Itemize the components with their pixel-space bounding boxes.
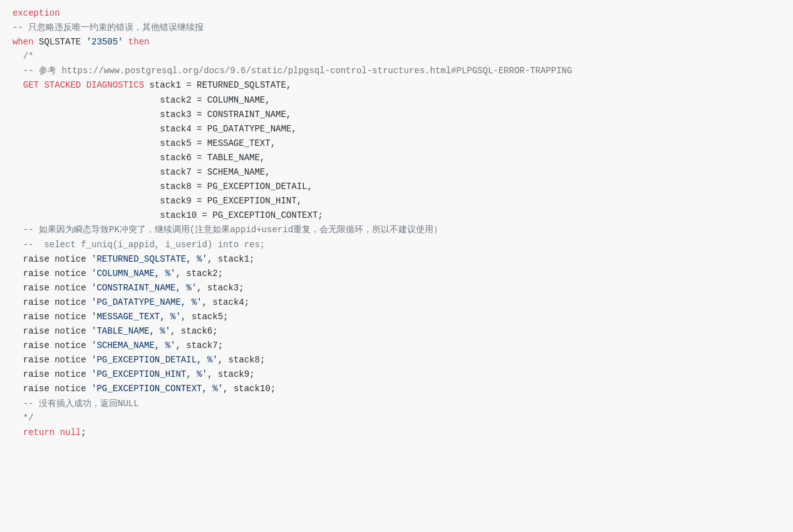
code-line: raise notice 'PG_EXCEPTION_HINT, %', sta…	[13, 367, 780, 382]
code-line: stack9 = PG_EXCEPTION_HINT,	[13, 194, 780, 208]
code-line: -- 如果因为瞬态导致PK冲突了，继续调用(注意如果appid+userid重复…	[13, 223, 780, 237]
code-line: raise notice 'RETURNED_SQLSTATE, %', sta…	[13, 252, 780, 267]
code-line: -- 参考 https://www.postgresql.org/docs/9.…	[13, 64, 780, 78]
code-line: stack3 = CONSTRAINT_NAME,	[13, 108, 780, 122]
code-line: raise notice 'SCHEMA_NAME, %', stack7;	[13, 339, 780, 353]
code-line: raise notice 'COLUMN_NAME, %', stack2;	[13, 267, 780, 281]
code-line: stack5 = MESSAGE_TEXT,	[13, 136, 780, 151]
code-line: -- 只忽略违反唯一约束的错误，其他错误继续报	[13, 21, 780, 35]
code-line: raise notice 'TABLE_NAME, %', stack6;	[13, 324, 780, 339]
code-line: stack10 = PG_EXCEPTION_CONTEXT;	[13, 208, 780, 223]
code-line: exception	[13, 6, 780, 21]
code-line: stack7 = SCHEMA_NAME,	[13, 165, 780, 180]
code-container: exception-- 只忽略违反唯一约束的错误，其他错误继续报when SQL…	[0, 0, 793, 532]
code-line: return null;	[13, 426, 780, 440]
code-line: raise notice 'PG_EXCEPTION_DETAIL, %', s…	[13, 353, 780, 367]
code-line: stack6 = TABLE_NAME,	[13, 151, 780, 165]
code-line: -- 没有插入成功，返回NULL	[13, 397, 780, 411]
code-line: stack2 = COLUMN_NAME,	[13, 93, 780, 108]
code-line: /*	[13, 49, 780, 64]
code-line: */	[13, 411, 780, 426]
code-line: stack8 = PG_EXCEPTION_DETAIL,	[13, 180, 780, 194]
code-line: raise notice 'PG_EXCEPTION_CONTEXT, %', …	[13, 382, 780, 396]
code-line: -- select f_uniq(i_appid, i_userid) into…	[13, 238, 780, 252]
code-line: GET STACKED DIAGNOSTICS stack1 = RETURNE…	[13, 78, 780, 93]
code-line: stack4 = PG_DATATYPE_NAME,	[13, 122, 780, 136]
code-line: raise notice 'PG_DATATYPE_NAME, %', stac…	[13, 295, 780, 310]
code-line: raise notice 'MESSAGE_TEXT, %', stack5;	[13, 310, 780, 324]
code-line: raise notice 'CONSTRAINT_NAME, %', stack…	[13, 281, 780, 295]
code-line: when SQLSTATE '23505' then	[13, 35, 780, 49]
